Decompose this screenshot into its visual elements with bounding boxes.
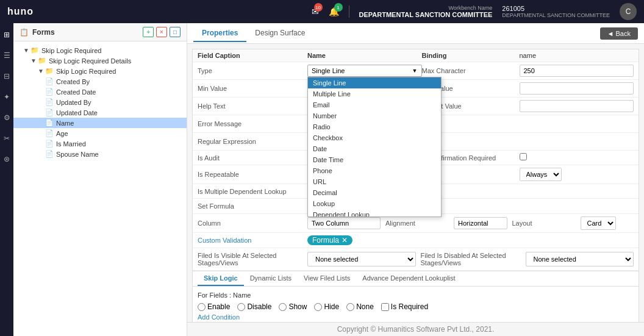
file-icon-age: 📄 <box>45 129 54 137</box>
sidebar-icon-star[interactable]: ✦ <box>0 90 13 104</box>
sidebar-icon-layers[interactable]: ⊟ <box>0 70 13 83</box>
back-button[interactable]: ◄ Back <box>600 27 638 40</box>
dd-option-single-line[interactable]: Single Line <box>308 77 441 88</box>
tree-item-skip-logic-required[interactable]: ▼ 📁 Skip Logic Required <box>13 45 187 55</box>
workbench-name: DEPARTMENTAL SANCTION COMMITTEE <box>359 11 493 18</box>
none-option[interactable]: None <box>346 302 374 311</box>
enable-option[interactable]: Enable <box>198 302 230 311</box>
properties-content: Field Caption Name Binding name Type Sin… <box>187 44 644 322</box>
disable-option[interactable]: Disable <box>237 302 271 311</box>
disable-radio[interactable] <box>237 303 245 311</box>
type-select[interactable]: Single Line ▼ <box>307 65 422 77</box>
none-radio[interactable] <box>346 303 354 311</box>
sidebar-icon-grid[interactable]: ⊞ <box>0 28 13 41</box>
tree-label-created-by: Created By <box>56 78 90 85</box>
type-selected-value: Single Line <box>312 67 412 74</box>
help-text-label: Help Text <box>198 102 307 110</box>
custom-validation-link[interactable]: Custom Validation <box>198 237 307 244</box>
is-confirmation-required-checkbox[interactable] <box>520 153 527 160</box>
column-select[interactable]: Two Column <box>307 217 381 229</box>
dd-option-number[interactable]: Number <box>308 110 441 121</box>
formula-tag[interactable]: Formula ✕ <box>307 235 352 245</box>
email-notification[interactable]: ✉ 10 <box>312 7 319 16</box>
hide-radio[interactable] <box>314 303 322 311</box>
dd-option-date[interactable]: Date <box>308 143 441 154</box>
dynamic-lists-tab[interactable]: Dynamic Lists <box>244 271 298 286</box>
tab-design-surface[interactable]: Design Surface <box>246 25 313 42</box>
advance-dependent-lookuplist-tab[interactable]: Advance Dependent Lookuplist <box>356 271 461 286</box>
dd-option-email[interactable]: Email <box>308 99 441 110</box>
default-value-input[interactable] <box>520 100 634 112</box>
filed-disabled-label: Filed Is Disabled At Selected Stages/Vie… <box>416 252 526 266</box>
dd-option-lookup[interactable]: Lookup <box>308 198 441 209</box>
field-caption-header: Field Caption <box>198 52 307 59</box>
tree-edit-btn[interactable]: □ <box>170 27 181 37</box>
type-dropdown-list[interactable]: Single Line Multiple Line Email Number R… <box>307 77 442 217</box>
file-icon-updated-by: 📄 <box>45 98 54 106</box>
tree-item-created-by[interactable]: 📄 Created By <box>13 76 187 87</box>
max-value-input[interactable] <box>520 82 634 95</box>
dd-option-radio[interactable]: Radio <box>308 121 441 132</box>
alignment-label: Alignment <box>381 220 454 227</box>
tree-item-updated-by[interactable]: 📄 Updated By <box>13 97 187 107</box>
sidebar-icon-settings[interactable]: ⚙ <box>0 111 13 124</box>
user-avatar[interactable]: C <box>620 3 637 20</box>
add-condition-link[interactable]: Add Condition <box>198 313 634 321</box>
layout-select[interactable]: Card <box>581 216 616 230</box>
tree-delete-btn[interactable]: × <box>156 27 167 37</box>
custom-validation-row: Custom Validation Formula ✕ <box>193 233 639 248</box>
skip-logic-tab[interactable]: Skip Logic <box>198 271 244 286</box>
show-option[interactable]: Show <box>279 302 307 311</box>
tree-label-updated-by: Updated By <box>56 99 91 106</box>
dd-option-dependent-lookup[interactable]: Dependent Lookup <box>308 209 441 217</box>
tree-toggle-3[interactable]: ▼ <box>38 68 45 74</box>
dd-option-checkbox[interactable]: Checkbox <box>308 132 441 143</box>
tree-item-updated-date[interactable]: 📄 Updated Date <box>13 107 187 118</box>
tree-item-skip-logic-required-sub[interactable]: ▼ 📁 Skip Logic Required <box>13 66 187 76</box>
tree-add-btn[interactable]: + <box>143 27 154 37</box>
is-required-option[interactable]: Is Required <box>381 302 428 311</box>
workbench-sub: DEPARTMENTAL SANCTION COMMITTEE <box>502 12 610 18</box>
tree-toggle-2[interactable]: ▼ <box>30 57 38 64</box>
sidebar-icon-share[interactable]: ⊛ <box>0 152 13 166</box>
tab-properties[interactable]: Properties <box>193 25 246 42</box>
type-dropdown-arrow: ▼ <box>412 68 418 74</box>
is-audit-label: Is Audit <box>198 154 307 162</box>
dd-option-phone[interactable]: Phone <box>308 165 441 176</box>
dd-option-date-time[interactable]: Date Time <box>308 154 441 165</box>
tree-item-is-married[interactable]: 📄 Is Married <box>13 138 187 149</box>
tree-content: ▼ 📁 Skip Logic Required ▼ 📁 Skip Logic R… <box>13 41 187 336</box>
bell-notification[interactable]: 🔔 1 <box>329 7 339 16</box>
tree-item-name[interactable]: 📄 Name <box>13 118 187 128</box>
dd-option-decimal[interactable]: Decimal <box>308 187 441 198</box>
filed-disabled-select[interactable]: None selected <box>526 252 634 266</box>
tree-item-created-date[interactable]: 📄 Created Date <box>13 87 187 97</box>
tree-item-spouse-name[interactable]: 📄 Spouse Name <box>13 149 187 159</box>
view-filed-lists-tab[interactable]: View Filed Lists <box>298 271 356 286</box>
set-formula-label: Set Formula <box>198 202 307 210</box>
sidebar-icon-tool[interactable]: ✂ <box>0 132 13 145</box>
tree-item-age[interactable]: 📄 Age <box>13 128 187 138</box>
visible-select[interactable]: Always <box>520 168 562 181</box>
hide-option[interactable]: Hide <box>314 302 339 311</box>
app-header: huno ✉ 10 🔔 1 Workbench Name DEPARTMENTA… <box>0 0 644 23</box>
alignment-select[interactable]: Horizontal <box>454 217 507 229</box>
tree-label-2: Skip Logic Required Details <box>49 57 131 65</box>
workbench-code: 261005 <box>502 5 610 12</box>
max-char-input[interactable] <box>520 65 634 77</box>
dd-option-multiple-line[interactable]: Multiple Line <box>308 88 441 99</box>
is-required-label: Is Required <box>391 302 428 311</box>
file-icon-created-date: 📄 <box>45 88 54 96</box>
file-icon-is-married: 📄 <box>45 140 54 148</box>
sidebar-icon-list[interactable]: ☰ <box>0 49 13 62</box>
stages-views-row: Filed Is Visible At Selected Stages/View… <box>193 248 639 271</box>
dd-option-url[interactable]: URL <box>308 176 441 187</box>
filed-visible-select[interactable]: None selected <box>307 252 416 266</box>
enable-radio[interactable] <box>198 303 206 311</box>
is-required-checkbox[interactable] <box>381 303 389 311</box>
binding-value: name <box>520 52 634 59</box>
tree-toggle-1[interactable]: ▼ <box>23 47 30 54</box>
show-radio[interactable] <box>279 303 287 311</box>
tree-item-skip-logic-required-details[interactable]: ▼ 📁 Skip Logic Required Details <box>13 55 187 66</box>
formula-tag-close[interactable]: ✕ <box>342 236 348 245</box>
